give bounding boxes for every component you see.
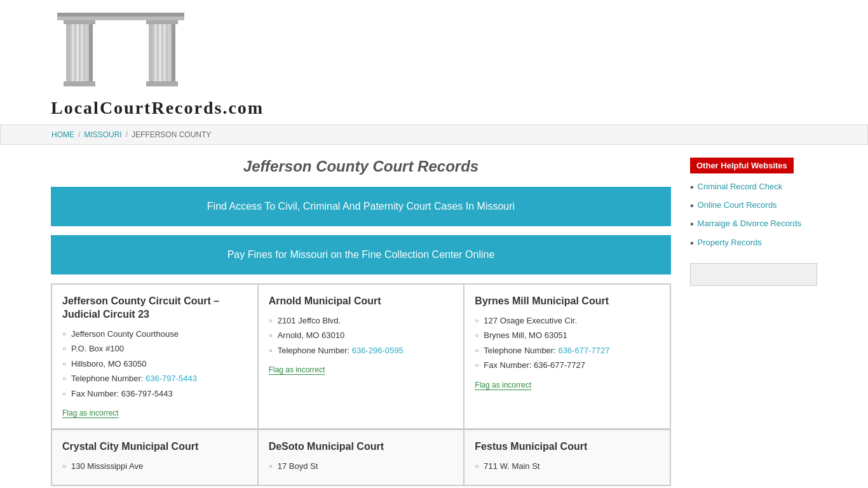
svg-rect-17	[166, 24, 168, 81]
sidebar-link-online-court[interactable]: Online Court Records	[698, 200, 777, 211]
court-card-3: Crystal City Municipal Court 130 Mississ…	[51, 430, 258, 485]
court-phone-link-1[interactable]: 636-296-0595	[352, 346, 403, 355]
court-address-5-0: 711 W. Main St	[475, 460, 660, 473]
court-fax-2: Fax Number: 636-677-7727	[475, 359, 660, 372]
court-details-3: 130 Mississippi Ave	[62, 460, 247, 473]
court-name-1: Arnold Municipal Court	[269, 295, 454, 308]
court-name-2: Byrnes Mill Municipal Court	[475, 295, 660, 308]
court-phone-link-2[interactable]: 636-677-7727	[558, 346, 609, 355]
court-details-5: 711 W. Main St	[475, 460, 660, 473]
sidebar-link-1: Online Court Records	[690, 198, 817, 213]
breadcrumb-state[interactable]: MISSOURI	[84, 130, 121, 139]
court-address-0-1: P.O. Box #100	[62, 342, 247, 355]
court-phone-0: Telephone Number: 636-797-5443	[62, 372, 247, 385]
breadcrumb-home[interactable]: HOME	[51, 130, 74, 139]
sidebar-heading: Other Helpful Websites	[690, 158, 794, 173]
svg-rect-5	[70, 24, 72, 81]
court-address-0-2: Hillsboro, MO 63050	[62, 358, 247, 370]
court-details-1: 2101 Jeffco Blvd. Arnold, MO 63010 Telep…	[269, 315, 454, 357]
sidebar: Other Helpful Websites Criminal Record C…	[690, 158, 817, 486]
svg-rect-15	[157, 24, 159, 81]
court-card-5: Festus Municipal Court 711 W. Main St	[464, 430, 670, 485]
sidebar-link-criminal[interactable]: Criminal Record Check	[698, 181, 783, 193]
court-cards-grid: Jefferson County Circuit Court – Judicia…	[51, 283, 671, 430]
sidebar-search-input[interactable]	[690, 263, 817, 286]
court-details-0: Jefferson County Courthouse P.O. Box #10…	[62, 328, 247, 400]
svg-rect-2	[66, 24, 70, 81]
court-name-5: Festus Municipal Court	[475, 440, 660, 454]
flag-incorrect-1[interactable]: Flag as incorrect	[269, 365, 325, 375]
sidebar-link-3: Property Records	[690, 236, 817, 250]
svg-rect-3	[89, 24, 93, 81]
court-name-4: DeSoto Municipal Court	[269, 440, 454, 454]
breadcrumb-sep2: /	[126, 130, 128, 139]
svg-rect-7	[79, 24, 81, 81]
svg-rect-4	[64, 81, 95, 86]
court-details-4: 17 Boyd St	[269, 460, 454, 473]
page-title: Jefferson County Court Records	[51, 158, 671, 175]
svg-rect-13	[146, 81, 178, 86]
breadcrumb: HOME / MISSOURI / JEFFERSON COUNTY	[0, 125, 868, 145]
court-phone-link-0[interactable]: 636-797-5443	[146, 374, 197, 383]
main-layout: Jefferson County Court Records Find Acce…	[0, 145, 868, 488]
court-card-2: Byrnes Mill Municipal Court 127 Osage Ex…	[464, 284, 670, 429]
site-title: LocalCourtRecords.com	[51, 98, 264, 118]
logo-area: LocalCourtRecords.com	[51, 13, 264, 118]
court-card-0: Jefferson County Circuit Court – Judicia…	[51, 284, 258, 429]
svg-rect-8	[83, 24, 85, 81]
court-address-1-0: 2101 Jeffco Blvd.	[269, 315, 454, 327]
court-name-0: Jefferson County Circuit Court – Judicia…	[62, 295, 247, 322]
svg-rect-14	[153, 24, 154, 81]
court-fax-0: Fax Number: 636-797-5443	[62, 388, 247, 400]
sidebar-link-2: Marraige & Divorce Records	[690, 217, 817, 231]
court-phone-2: Telephone Number: 636-677-7727	[475, 344, 660, 357]
court-card-4: DeSoto Municipal Court 17 Boyd St	[258, 430, 465, 485]
svg-rect-6	[74, 24, 76, 81]
court-card-1: Arnold Municipal Court 2101 Jeffco Blvd.…	[258, 284, 465, 429]
flag-incorrect-0[interactable]: Flag as incorrect	[62, 409, 119, 418]
banner-button-2[interactable]: Pay Fines for Missouri on the Fine Colle…	[51, 235, 671, 274]
sidebar-link-0: Criminal Record Check	[690, 180, 817, 194]
logo-icon	[51, 13, 191, 95]
court-address-0-0: Jefferson County Courthouse	[62, 328, 247, 341]
svg-rect-16	[161, 24, 163, 81]
sidebar-links: Criminal Record Check Online Court Recor…	[690, 180, 817, 250]
breadcrumb-sep1: /	[78, 130, 80, 139]
sidebar-link-property[interactable]: Property Records	[698, 237, 762, 248]
court-address-2-0: 127 Osage Executive Cir.	[475, 315, 660, 327]
sidebar-link-marriage[interactable]: Marraige & Divorce Records	[698, 218, 801, 229]
court-address-3-0: 130 Mississippi Ave	[62, 460, 247, 473]
svg-rect-12	[172, 24, 175, 81]
content-area: Jefferson County Court Records Find Acce…	[51, 158, 690, 486]
banner-button-1[interactable]: Find Access To Civil, Criminal And Pater…	[51, 187, 671, 226]
breadcrumb-county: JEFFERSON COUNTY	[132, 130, 211, 139]
header: LocalCourtRecords.com	[0, 0, 868, 125]
court-address-4-0: 17 Boyd St	[269, 460, 454, 473]
court-address-1-1: Arnold, MO 63010	[269, 329, 454, 342]
svg-rect-11	[149, 24, 153, 81]
court-cards-grid-2: Crystal City Municipal Court 130 Mississ…	[51, 430, 671, 486]
svg-rect-19	[57, 13, 184, 17]
court-details-2: 127 Osage Executive Cir. Brynes Mill, MO…	[475, 315, 660, 372]
flag-incorrect-2[interactable]: Flag as incorrect	[475, 381, 531, 390]
court-name-3: Crystal City Municipal Court	[62, 440, 247, 454]
court-phone-1: Telephone Number: 636-296-0595	[269, 344, 454, 357]
court-address-2-1: Brynes Mill, MO 63051	[475, 329, 660, 342]
